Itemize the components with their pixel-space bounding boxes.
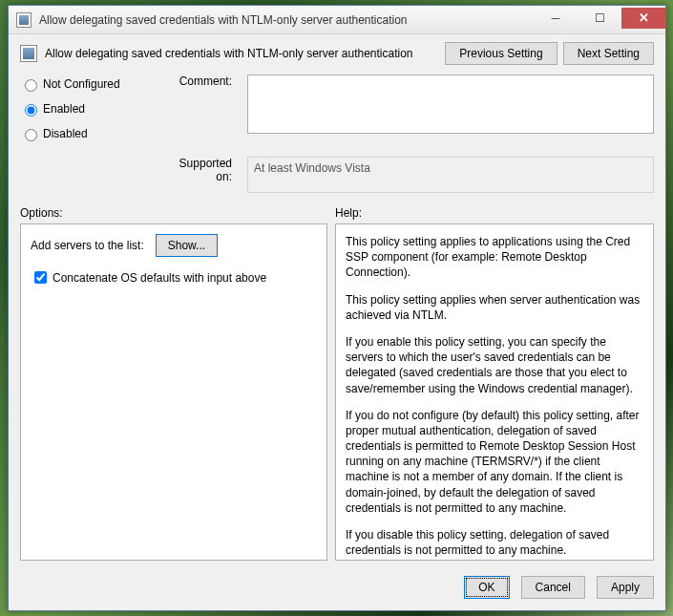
panels-row: Add servers to the list: Show... Concate… (20, 223, 654, 561)
policy-title: Allow delegating saved credentials with … (45, 47, 439, 60)
window-icon (16, 12, 32, 28)
previous-setting-button[interactable]: Previous Setting (445, 42, 557, 65)
ok-button[interactable]: OK (464, 576, 509, 599)
help-paragraph: If you disable this policy setting, dele… (346, 527, 643, 558)
policy-icon (20, 45, 37, 62)
help-panel[interactable]: This policy setting applies to applicati… (335, 223, 654, 561)
show-button[interactable]: Show... (156, 234, 218, 257)
options-label: Options: (20, 206, 335, 220)
supported-on-value: At least Windows Vista (254, 161, 370, 175)
concatenate-checkbox[interactable] (34, 271, 47, 284)
mid-labels: Options: Help: (20, 206, 654, 220)
comment-label: Comment: (163, 74, 238, 151)
supported-on-box: At least Windows Vista (247, 157, 654, 193)
radio-disabled-label: Disabled (43, 127, 88, 140)
titlebar[interactable]: Allow delegating saved credentials with … (9, 6, 665, 34)
concatenate-row[interactable]: Concatenate OS defaults with input above (31, 268, 317, 287)
options-panel: Add servers to the list: Show... Concate… (20, 223, 327, 561)
radio-disabled[interactable]: Disabled (20, 126, 154, 141)
footer-buttons: OK Cancel Apply (9, 568, 665, 610)
cancel-button[interactable]: Cancel (521, 576, 585, 599)
help-label: Help: (335, 206, 654, 220)
window-title: Allow delegating saved credentials with … (39, 13, 534, 27)
apply-button[interactable]: Apply (597, 576, 654, 599)
add-servers-label: Add servers to the list: (31, 239, 144, 252)
concatenate-label: Concatenate OS defaults with input above (53, 271, 266, 285)
radio-column: Not Configured Enabled Disabled (20, 74, 154, 151)
maximize-button[interactable]: ☐ (578, 8, 621, 29)
help-paragraph: This policy setting applies when server … (346, 292, 643, 323)
dialog-window: Allow delegating saved credentials with … (8, 5, 666, 611)
radio-enabled[interactable]: Enabled (20, 101, 154, 117)
minimize-button[interactable]: ─ (534, 8, 578, 29)
config-row-comment: Not Configured Enabled Disabled Comment: (20, 74, 654, 151)
close-button[interactable]: ✕ (621, 8, 665, 29)
comment-textarea[interactable] (247, 74, 654, 134)
radio-not-configured-input[interactable] (25, 79, 37, 92)
radio-not-configured-label: Not Configured (43, 77, 120, 91)
content-area: Allow delegating saved credentials with … (9, 34, 665, 568)
config-row-supported: Supported on: At least Windows Vista (20, 157, 654, 193)
radio-enabled-input[interactable] (25, 104, 37, 117)
help-paragraph: If you enable this policy setting, you c… (346, 334, 643, 396)
radio-disabled-input[interactable] (25, 129, 37, 141)
supported-label: Supported on: (163, 157, 238, 193)
add-servers-row: Add servers to the list: Show... (31, 234, 317, 257)
window-controls: ─ ☐ ✕ (534, 11, 665, 29)
header-row: Allow delegating saved credentials with … (20, 42, 654, 65)
next-setting-button[interactable]: Next Setting (563, 42, 654, 65)
help-paragraph: If you do not configure (by default) thi… (346, 408, 643, 516)
radio-not-configured[interactable]: Not Configured (20, 76, 154, 92)
help-paragraph: This policy setting applies to applicati… (346, 234, 643, 281)
radio-enabled-label: Enabled (43, 102, 85, 116)
